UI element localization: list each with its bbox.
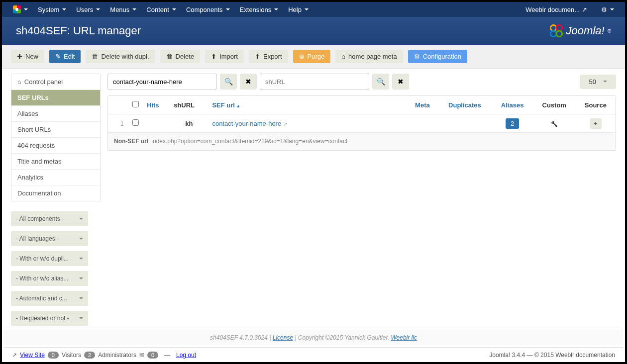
- cell-shurl: kh: [170, 114, 208, 133]
- url-table: Hits shURL SEF url Meta Duplicates Alias…: [107, 95, 616, 151]
- search-icon: 🔍: [224, 78, 233, 86]
- home-icon: ⌂: [17, 78, 21, 86]
- edit-button[interactable]: ✎Edit: [49, 50, 81, 63]
- clear-sef-button[interactable]: ✖: [240, 74, 257, 90]
- download-icon: ⬆: [255, 53, 260, 60]
- joomla-icon: [13, 5, 21, 13]
- delete-button[interactable]: 🗑Delete: [160, 50, 201, 63]
- col-hits[interactable]: Hits: [143, 96, 170, 114]
- configuration-button[interactable]: ⚙Configuration: [408, 50, 467, 63]
- external-link-icon: ↗: [12, 352, 17, 359]
- nav-system[interactable]: System: [33, 2, 71, 17]
- nav-menus[interactable]: Menus: [105, 2, 141, 17]
- delete-dupl-button[interactable]: 🗑Delete with dupl.: [86, 50, 155, 63]
- search-shurl-button[interactable]: 🔍: [372, 74, 389, 90]
- sidebar-404[interactable]: 404 requests: [11, 138, 100, 154]
- status-bar: ↗ View Site 0 Visitors 2 Administrators …: [4, 347, 623, 362]
- svg-point-0: [550, 25, 556, 31]
- upload-icon: ⬆: [211, 53, 216, 60]
- view-site-link[interactable]: View Site: [20, 352, 45, 359]
- sidebar-documentation[interactable]: Documentation: [11, 185, 100, 201]
- trash-icon: 🗑: [166, 53, 173, 60]
- content-area: 🔍 ✖ 🔍 ✖ 50 Hits shURL SEF url Meta Dupli…: [107, 74, 616, 331]
- joomla-version: Joomla! 3.4.4 — © 2015 Weeblr documentat…: [489, 352, 615, 359]
- table-row: 1 kh contact-your-name-here 2 +: [108, 114, 616, 133]
- nav-users[interactable]: Users: [71, 2, 105, 17]
- svg-point-2: [550, 31, 556, 37]
- visitors-count: 0: [48, 352, 59, 359]
- license-link[interactable]: License: [273, 334, 293, 341]
- sidebar: ⌂Control panel SEF URLs Aliases Short UR…: [11, 74, 101, 331]
- close-icon: ✖: [245, 78, 251, 86]
- external-link-icon[interactable]: [283, 120, 287, 127]
- nonsef-value: index.php?option=com_contact&Itemid=229&…: [151, 138, 347, 145]
- col-checkall: [128, 96, 143, 114]
- search-icon: 🔍: [377, 78, 385, 86]
- sidebar-short-urls[interactable]: Short URLs: [11, 122, 100, 138]
- search-sef-button[interactable]: 🔍: [220, 74, 237, 90]
- sefurl-link[interactable]: contact-your-name-here: [212, 120, 281, 127]
- admin-navbar: System Users Menus Content Components Ex…: [2, 2, 625, 17]
- export-button[interactable]: ⬆Export: [249, 50, 288, 63]
- sidebar-analytics[interactable]: Analytics: [11, 170, 100, 185]
- svg-point-3: [556, 31, 562, 37]
- nav-help[interactable]: Help: [283, 2, 314, 17]
- source-add-button[interactable]: +: [590, 118, 602, 129]
- col-sefurl[interactable]: SEF url: [208, 96, 407, 114]
- footer-version: sh404SEF 4.7.0.3024 | License | Copyrigh…: [4, 330, 623, 345]
- cell-duplicates: [437, 114, 492, 133]
- sidebar-control-panel[interactable]: ⌂Control panel: [11, 74, 100, 90]
- col-aliases[interactable]: Aliases: [492, 96, 533, 114]
- nav-extensions[interactable]: Extensions: [235, 2, 284, 17]
- filter-requested[interactable]: - Requested or not -: [11, 311, 88, 326]
- visitors-label: Visitors: [62, 352, 81, 359]
- search-shurl-input[interactable]: [260, 74, 369, 90]
- col-meta[interactable]: Meta: [407, 96, 437, 114]
- row-checkbox[interactable]: [132, 119, 139, 126]
- filter-components[interactable]: - All components -: [11, 211, 88, 226]
- logout-link[interactable]: Log out: [176, 352, 196, 359]
- svg-point-1: [556, 25, 562, 31]
- gear-icon: ⚙: [601, 6, 607, 13]
- page-title: sh404SEF: URL manager: [16, 24, 141, 37]
- sidebar-aliases[interactable]: Aliases: [11, 106, 100, 122]
- joomla-brand: Joomla!®: [549, 24, 611, 38]
- sidebar-sef-urls[interactable]: SEF URLs: [11, 90, 100, 106]
- sidebar-title-metas[interactable]: Title and metas: [11, 154, 100, 170]
- homepage-meta-button[interactable]: ⌂home page meta: [335, 50, 403, 63]
- plus-icon: ✚: [17, 53, 22, 60]
- row-number: 1: [108, 114, 128, 133]
- filter-aliases[interactable]: - With or w/o alias...: [11, 271, 88, 286]
- external-link-icon: ↗: [582, 6, 587, 13]
- trash-icon: 🗑: [92, 53, 98, 60]
- pencil-icon: ✎: [55, 53, 61, 60]
- filter-custom[interactable]: - Automatic and c...: [11, 291, 88, 306]
- nav-site-link[interactable]: Weeblr documen... ↗: [521, 2, 592, 17]
- toolbar: ✚New ✎Edit 🗑Delete with dupl. 🗑Delete ⬆I…: [2, 45, 625, 69]
- nav-components[interactable]: Components: [181, 2, 235, 17]
- filter-languages[interactable]: - All languages -: [11, 231, 88, 246]
- nav-content[interactable]: Content: [141, 2, 181, 17]
- aliases-badge[interactable]: 2: [506, 118, 519, 129]
- checkall-checkbox[interactable]: [132, 101, 139, 107]
- weeblr-link[interactable]: Weeblr llc: [391, 334, 417, 341]
- col-duplicates[interactable]: Duplicates: [437, 96, 492, 114]
- wrench-icon[interactable]: [551, 120, 558, 127]
- col-shurl: shURL: [170, 96, 208, 114]
- nonsef-label: Non-SEF url: [114, 138, 148, 145]
- cancel-icon: ⊗: [299, 53, 305, 60]
- purge-button[interactable]: ⊗Purge: [293, 50, 331, 63]
- new-button[interactable]: ✚New: [11, 50, 44, 63]
- messages-count: 0: [147, 352, 158, 359]
- home-icon: ⌂: [341, 53, 345, 60]
- search-row: 🔍 ✖ 🔍 ✖ 50: [107, 74, 616, 90]
- joomla-logo-menu[interactable]: [8, 2, 33, 17]
- clear-shurl-button[interactable]: ✖: [392, 74, 409, 90]
- close-icon: ✖: [398, 78, 404, 86]
- import-button[interactable]: ⬆Import: [205, 50, 244, 63]
- col-rownum: [108, 96, 128, 114]
- search-sef-input[interactable]: [107, 74, 217, 90]
- filter-duplicates[interactable]: - With or w/o dupli...: [11, 251, 88, 266]
- nav-settings[interactable]: ⚙: [596, 2, 619, 17]
- limit-select[interactable]: 50: [580, 75, 616, 89]
